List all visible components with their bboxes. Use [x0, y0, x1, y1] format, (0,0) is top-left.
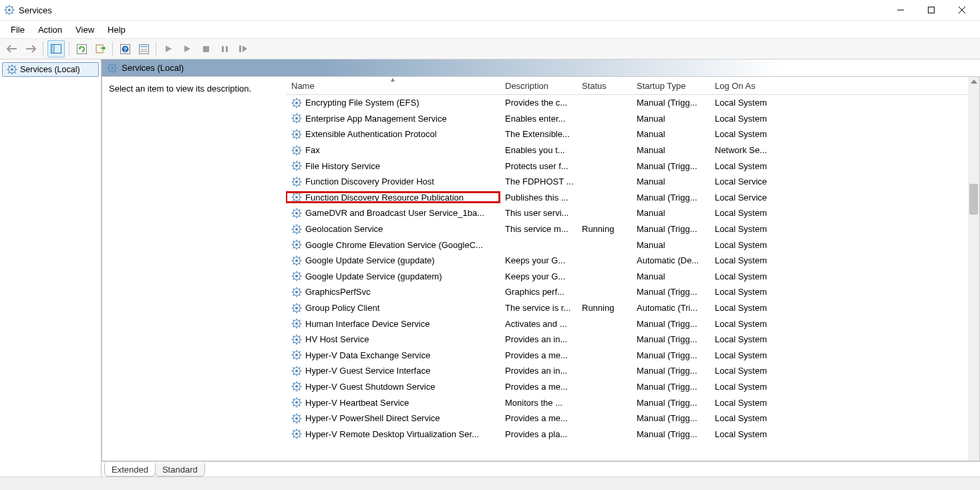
service-name-cell[interactable]: Hyper-V PowerShell Direct Service	[286, 413, 500, 424]
service-name-cell[interactable]: Hyper-V Guest Service Interface	[286, 366, 500, 376]
minimize-button[interactable]	[885, 0, 916, 20]
show-hide-tree-button[interactable]	[47, 40, 65, 57]
service-name-cell[interactable]: Hyper-V Guest Shutdown Service	[286, 381, 500, 392]
service-row[interactable]: Hyper-V Remote Desktop Virtualization Se…	[286, 426, 979, 442]
properties-button[interactable]	[136, 41, 152, 57]
service-row[interactable]: Hyper-V Data Exchange ServiceProvides a …	[286, 348, 979, 364]
service-row[interactable]: Google Update Service (gupdatem)Keeps yo…	[286, 269, 979, 285]
service-name-cell[interactable]: Function Discovery Resource Publication	[286, 192, 500, 203]
service-name-cell[interactable]: Google Chrome Elevation Service (GoogleC…	[286, 239, 500, 250]
service-row[interactable]: Hyper-V Heartbeat ServiceMonitors the ..…	[286, 394, 979, 410]
service-row[interactable]: Function Discovery Provider HostThe FDPH…	[286, 174, 979, 190]
close-button[interactable]	[947, 0, 977, 20]
service-row[interactable]: Group Policy ClientThe service is r...Ru…	[286, 300, 979, 316]
service-row[interactable]: Human Interface Device ServiceActivates …	[286, 316, 979, 332]
service-name-cell[interactable]: Group Policy Client	[286, 303, 500, 314]
pane-header-title: Services (Local)	[122, 63, 184, 73]
stop-service-button[interactable]	[198, 41, 214, 57]
service-startup-cell: Manual (Trigg...	[631, 161, 709, 171]
service-name-cell[interactable]: Human Interface Device Service	[286, 318, 500, 329]
service-row[interactable]: FaxEnables you t...ManualNetwork Se...	[286, 142, 979, 158]
service-name-cell[interactable]: Hyper-V Heartbeat Service	[286, 397, 500, 408]
service-description-cell: This service m...	[500, 224, 577, 234]
service-row[interactable]: Extensible Authentication ProtocolThe Ex…	[286, 126, 979, 142]
tab-extended[interactable]: Extended	[104, 463, 156, 477]
nav-back-button[interactable]	[4, 41, 20, 57]
svg-rect-16	[51, 45, 54, 53]
service-logon-cell: Local System	[709, 382, 803, 392]
menu-action[interactable]: Action	[31, 23, 69, 37]
column-header-description[interactable]: Description	[500, 77, 577, 94]
service-row[interactable]: Geolocation ServiceThis service m...Runn…	[286, 221, 979, 237]
service-logon-cell: Local System	[709, 161, 803, 171]
tab-standard[interactable]: Standard	[155, 463, 205, 477]
service-name-label: File History Service	[305, 161, 380, 171]
service-description-cell: Activates and ...	[500, 319, 577, 329]
column-header-status[interactable]: Status	[577, 77, 631, 94]
svg-rect-23	[140, 45, 148, 47]
service-row[interactable]: Google Chrome Elevation Service (GoogleC…	[286, 237, 979, 253]
window-controls	[885, 0, 977, 20]
service-name-cell[interactable]: Geolocation Service	[286, 224, 500, 235]
pause-service-button[interactable]	[216, 41, 232, 57]
scroll-thumb[interactable]	[969, 184, 978, 215]
service-logon-cell: Local System	[709, 98, 803, 108]
service-name-label: Enterprise App Management Service	[305, 114, 447, 124]
menu-help[interactable]: Help	[101, 23, 132, 37]
service-row[interactable]: GraphicsPerfSvcGraphics perf...Manual (T…	[286, 284, 979, 300]
service-name-cell[interactable]: Google Update Service (gupdate)	[286, 255, 500, 266]
service-startup-cell: Manual (Trigg...	[631, 398, 709, 408]
service-name-cell[interactable]: File History Service	[286, 160, 500, 171]
service-name-cell[interactable]: Encrypting File System (EFS)	[286, 98, 500, 108]
refresh-button[interactable]	[73, 41, 90, 57]
gear-icon	[291, 224, 302, 235]
service-row[interactable]: Function Discovery Resource PublicationP…	[286, 190, 979, 206]
service-name-cell[interactable]: HV Host Service	[286, 334, 500, 345]
service-description-cell: Provides a me...	[500, 413, 577, 423]
restart-service-button[interactable]	[235, 41, 251, 57]
service-name-cell[interactable]: Hyper-V Data Exchange Service	[286, 350, 500, 360]
tree-root-services-local[interactable]: Services (Local)	[2, 62, 99, 77]
gear-icon	[291, 192, 302, 203]
service-name-cell[interactable]: Enterprise App Management Service	[286, 113, 500, 124]
service-description-cell: Enables enter...	[500, 114, 577, 124]
gear-icon	[7, 64, 17, 75]
service-row[interactable]: HV Host ServiceProvides an in...Manual (…	[286, 332, 979, 348]
service-name-label: Fax	[305, 145, 320, 155]
service-row[interactable]: Encrypting File System (EFS)Provides the…	[286, 95, 979, 111]
service-row[interactable]: Hyper-V PowerShell Direct ServiceProvide…	[286, 410, 979, 426]
menu-file[interactable]: File	[4, 23, 31, 37]
start-service-alt-button[interactable]	[179, 41, 195, 57]
maximize-button[interactable]	[916, 0, 947, 20]
view-tabs: Extended Standard	[102, 461, 980, 477]
service-name-cell[interactable]: Function Discovery Provider Host	[286, 176, 500, 187]
service-name-cell[interactable]: GraphicsPerfSvc	[286, 287, 500, 297]
service-row[interactable]: Hyper-V Guest Service InterfaceProvides …	[286, 363, 979, 379]
tree-root-label: Services (Local)	[20, 65, 80, 74]
menu-view[interactable]: View	[69, 23, 101, 37]
gear-icon	[291, 318, 302, 329]
column-header-startup[interactable]: Startup Type	[631, 77, 709, 94]
list-body[interactable]: Encrypting File System (EFS)Provides the…	[286, 95, 979, 461]
service-row[interactable]: Enterprise App Management ServiceEnables…	[286, 111, 979, 127]
service-name-cell[interactable]: Google Update Service (gupdatem)	[286, 271, 500, 281]
vertical-scrollbar[interactable]	[968, 77, 979, 461]
service-row[interactable]: Hyper-V Guest Shutdown ServiceProvides a…	[286, 379, 979, 395]
service-startup-cell: Manual (Trigg...	[631, 413, 709, 423]
service-name-cell[interactable]: Extensible Authentication Protocol	[286, 129, 500, 140]
column-header-logon[interactable]: Log On As	[709, 77, 803, 94]
service-row[interactable]: File History ServiceProtects user f...Ma…	[286, 158, 979, 174]
service-name-cell[interactable]: Fax	[286, 145, 500, 156]
help-button[interactable]: ?	[117, 41, 133, 57]
export-list-button[interactable]	[92, 41, 108, 57]
service-row[interactable]: GameDVR and Broadcast User Service_1ba..…	[286, 205, 979, 221]
service-startup-cell: Manual (Trigg...	[631, 98, 709, 108]
service-logon-cell: Local Service	[709, 193, 803, 203]
toolbar-separator	[112, 41, 113, 56]
service-row[interactable]: Google Update Service (gupdate)Keeps you…	[286, 253, 979, 269]
start-service-button[interactable]	[160, 41, 176, 57]
nav-forward-button[interactable]	[23, 41, 39, 57]
gear-icon	[291, 113, 302, 124]
service-name-cell[interactable]: GameDVR and Broadcast User Service_1ba..…	[286, 208, 500, 219]
service-name-cell[interactable]: Hyper-V Remote Desktop Virtualization Se…	[286, 428, 500, 439]
